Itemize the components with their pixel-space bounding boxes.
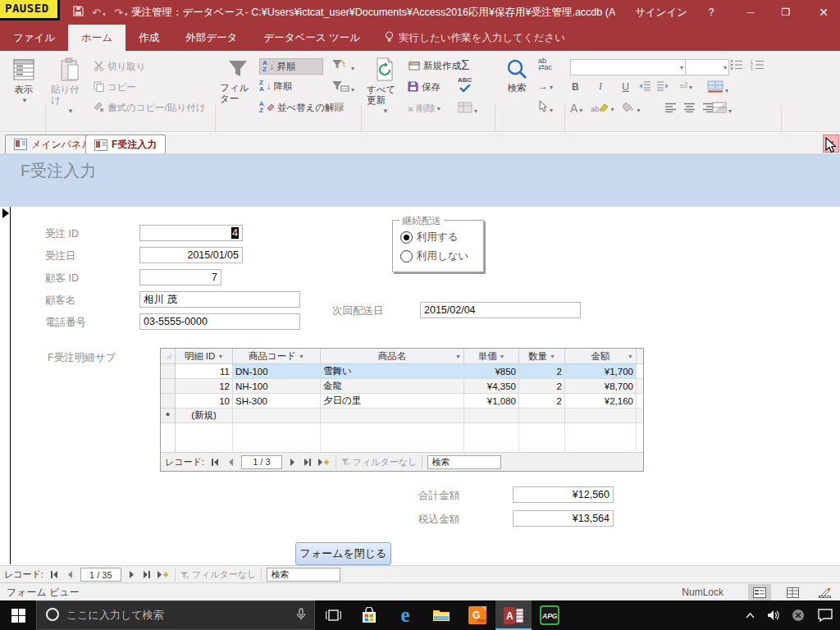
cell-empty[interactable]: [233, 409, 321, 423]
select-all-corner[interactable]: [161, 349, 176, 364]
filter-status[interactable]: フィルターなし: [180, 568, 257, 581]
delivery-option-no[interactable]: 利用しない: [400, 249, 468, 263]
spelling-icon[interactable]: ABC: [458, 77, 472, 95]
font-name-combo[interactable]: ▾: [570, 59, 686, 75]
customer-name-field[interactable]: 相川 茂: [139, 291, 300, 308]
last-record-button[interactable]: [140, 568, 154, 581]
advanced-filter-icon[interactable]: ▾: [331, 80, 354, 94]
paragraph-direction-icon[interactable]: ⏎▾: [679, 80, 692, 92]
cell-product-name[interactable]: 雪舞い: [321, 364, 464, 379]
cell-empty[interactable]: [565, 409, 637, 423]
signin-button[interactable]: サインイン: [632, 0, 691, 25]
sort-ascending-button[interactable]: AZ ↓ 昇順: [259, 58, 323, 75]
tab-create[interactable]: 作成: [126, 25, 172, 51]
edge-icon[interactable]: e: [387, 600, 423, 630]
cell-unit-price[interactable]: ¥850: [464, 364, 519, 379]
save-icon[interactable]: [73, 6, 84, 19]
record-position[interactable]: 1 / 35: [80, 568, 121, 582]
order-id-field[interactable]: 4: [139, 225, 243, 241]
tab-order-form[interactable]: F受注入力: [85, 135, 166, 154]
microphone-icon[interactable]: [296, 608, 306, 623]
align-center-icon[interactable]: [683, 103, 696, 115]
subform-search-input[interactable]: 検索: [427, 455, 501, 469]
row-selector[interactable]: [161, 364, 176, 379]
notification-center-icon[interactable]: [810, 600, 840, 630]
tray-chevron-up-icon[interactable]: [738, 600, 761, 630]
filter-button[interactable]: フィルター: [220, 57, 256, 104]
next-delivery-field[interactable]: 2015/02/04: [420, 302, 581, 318]
column-dropdown-icon[interactable]: ▼: [628, 354, 633, 359]
last-record-button[interactable]: [301, 456, 315, 468]
column-header-quantity[interactable]: 数量▼: [519, 349, 565, 364]
sort-descending-button[interactable]: ZA ↓ 降順: [259, 80, 293, 93]
volume-icon[interactable]: [761, 600, 786, 630]
new-blank-record-button[interactable]: [156, 568, 170, 581]
next-record-button[interactable]: [285, 456, 299, 468]
refresh-all-button[interactable]: すべて更新 ▼: [367, 57, 403, 116]
access-icon[interactable]: A: [495, 600, 532, 630]
cell-quantity[interactable]: 2: [519, 364, 565, 379]
highlight-icon[interactable]: ab▾: [591, 103, 614, 113]
cell-amount[interactable]: ¥1,700: [565, 364, 637, 379]
column-header-amount[interactable]: 金額▼: [565, 349, 637, 364]
phone-field[interactable]: 03-5555-0000: [139, 313, 300, 330]
column-header-detail-id[interactable]: 明細 ID▼: [176, 349, 233, 364]
table-row[interactable]: 10 SH-300 夕日の里 ¥1,080 2 ¥2,160: [161, 394, 643, 409]
select-pointer-icon[interactable]: ▾: [538, 100, 553, 115]
toggle-filter-icon[interactable]: [331, 102, 346, 116]
view-button[interactable]: 表示 ▼: [8, 57, 39, 106]
new-blank-record-button[interactable]: [317, 456, 331, 468]
redo-icon[interactable]: ↷▾: [114, 7, 128, 19]
save-record-button[interactable]: 保存: [408, 81, 441, 94]
font-size-combo[interactable]: ▾: [685, 59, 729, 75]
gridlines-icon[interactable]: ▾: [707, 80, 728, 95]
taskbar-search-box[interactable]: ここに入力して検索: [36, 600, 315, 630]
cell-product-name[interactable]: 金龍: [321, 379, 464, 394]
first-record-button[interactable]: [208, 456, 222, 468]
tab-external-data[interactable]: 外部データ: [172, 25, 250, 51]
cell-unit-price[interactable]: ¥1,080: [464, 394, 519, 409]
column-dropdown-icon[interactable]: ▼: [455, 354, 461, 359]
table-row[interactable]: 11 DN-100 雪舞い ¥850 2 ¥1,700: [161, 364, 643, 379]
cut-button[interactable]: 切り取り: [94, 61, 146, 73]
store-icon[interactable]: [351, 600, 387, 630]
fill-color-icon[interactable]: ▾: [622, 102, 640, 115]
cell-amount[interactable]: ¥2,160: [565, 394, 637, 409]
totals-sigma-icon[interactable]: Σ: [461, 57, 470, 74]
close-form-button[interactable]: フォームを閉じる: [295, 542, 391, 565]
delivery-option-use[interactable]: 利用する: [400, 231, 459, 244]
column-dropdown-icon[interactable]: ▼: [217, 354, 223, 359]
more-options-icon[interactable]: ▾: [458, 102, 477, 116]
undo-icon[interactable]: ↶▾: [92, 7, 106, 19]
cell-empty[interactable]: [519, 409, 565, 423]
bold-icon[interactable]: B: [572, 81, 579, 93]
column-dropdown-icon[interactable]: ▼: [550, 354, 555, 359]
help-button[interactable]: ?: [699, 0, 724, 25]
align-left-icon[interactable]: [664, 103, 677, 115]
cell-quantity[interactable]: 2: [519, 379, 565, 394]
tab-home[interactable]: ホーム: [68, 25, 126, 51]
table-row[interactable]: 12 NH-100 金龍 ¥4,350 2 ¥8,700: [161, 379, 643, 394]
indent-decrease-icon[interactable]: [656, 81, 669, 94]
form-view-button[interactable]: [748, 584, 771, 600]
tab-file[interactable]: ファイル: [0, 25, 68, 51]
new-record-button[interactable]: 新規作成: [408, 60, 461, 72]
bullet-list-icon[interactable]: [730, 59, 743, 73]
design-view-button[interactable]: [814, 584, 837, 600]
goto-icon[interactable]: →▾: [538, 80, 553, 92]
cell-new-record[interactable]: (新規): [176, 409, 233, 423]
italic-icon[interactable]: I: [599, 80, 602, 93]
customer-id-field[interactable]: 7: [139, 269, 221, 285]
datasheet-view-button[interactable]: [781, 584, 804, 600]
task-view-button[interactable]: [315, 600, 351, 630]
underline-icon[interactable]: U: [622, 81, 629, 93]
apg-icon[interactable]: APG: [532, 600, 568, 630]
gpdf-icon[interactable]: GPDF: [459, 600, 495, 630]
cell-quantity[interactable]: 2: [519, 394, 565, 409]
numbered-list-icon[interactable]: 123: [751, 59, 765, 73]
tell-me-box[interactable]: 実行したい作業を入力してください: [385, 25, 565, 51]
start-button[interactable]: [0, 600, 36, 630]
cell-empty[interactable]: [321, 409, 464, 423]
maximize-button[interactable]: ❐: [769, 0, 802, 25]
cell-unit-price[interactable]: ¥4,350: [464, 379, 519, 394]
